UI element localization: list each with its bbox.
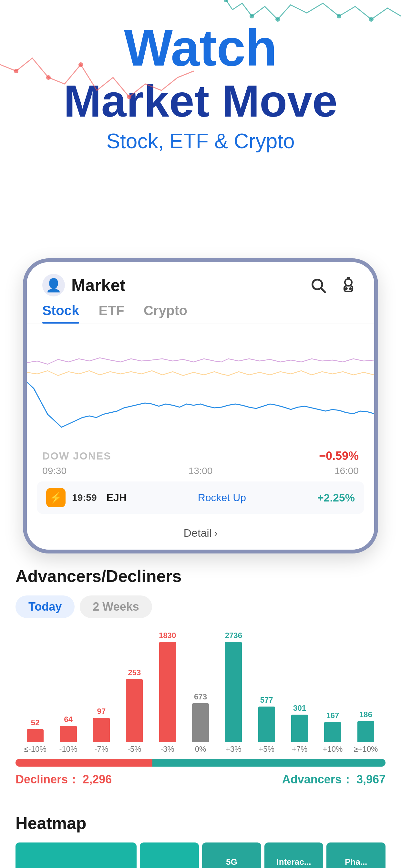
bar-group: 301+7% [283, 631, 316, 754]
svg-point-3 [337, 14, 341, 19]
alert-rocket-icon: ⚡ [46, 488, 66, 507]
heatmap-cell[interactable] [140, 842, 199, 868]
bar-rect [192, 703, 209, 742]
search-button[interactable] [308, 275, 328, 296]
alert-bar: ⚡ 19:59 EJH Rocket Up +2.25% [37, 482, 364, 514]
header-icons [308, 275, 359, 296]
advancers-decliners-section: Advancers/Decliners Today 2 Weeks 52≤-10… [0, 554, 401, 801]
detail-link[interactable]: Detail › [27, 519, 374, 550]
bar-rect [60, 726, 77, 742]
hero-title-watch: Watch [124, 20, 277, 76]
phone-frame: 👤 Market [23, 258, 378, 554]
hero-title-market-move: Market Move [64, 76, 337, 126]
bar-rect [358, 721, 374, 742]
decliners-count: 2,296 [83, 773, 112, 786]
svg-point-0 [224, 0, 228, 2]
bar-group: 64-10% [52, 631, 85, 754]
avatar: 👤 [42, 274, 65, 297]
user-icon: 👤 [45, 278, 62, 293]
heatmap-cell-label: Pha... [345, 857, 367, 867]
bar-count: 167 [326, 711, 339, 720]
phone-mockup: 👤 Market [23, 258, 378, 554]
decliners-label: Decliners： [16, 773, 80, 786]
stock-chart [27, 324, 374, 446]
bar-count: 673 [194, 692, 207, 702]
tab-stock[interactable]: Stock [42, 303, 79, 323]
alert-time: 19:59 [72, 492, 97, 503]
bar-label: +10% [322, 745, 343, 754]
chart-change: −0.59% [319, 449, 359, 463]
bar-label: -10% [59, 745, 78, 754]
alert-change: +2.25% [317, 492, 355, 504]
app-title: Market [71, 275, 308, 295]
svg-line-10 [321, 288, 325, 292]
tab-today[interactable]: Today [16, 595, 74, 618]
detail-arrow-icon: › [214, 528, 217, 538]
bar-count: 64 [64, 715, 73, 724]
bar-rect [27, 729, 43, 742]
progress-advance [152, 759, 385, 767]
svg-point-7 [79, 62, 83, 67]
alert-signal: Rocket Up [133, 492, 311, 504]
bar-group: 1830-3% [151, 631, 184, 754]
heatmap-cell[interactable] [16, 842, 136, 868]
svg-point-5 [14, 69, 19, 73]
tab-etf[interactable]: ETF [98, 303, 124, 323]
heatmap-section: Heatmap 5GInterac...Pha...Semic... [0, 801, 401, 868]
tab-crypto[interactable]: Crypto [144, 303, 187, 323]
bar-label: -3% [160, 745, 174, 754]
hero-subtitle: Stock, ETF & Crypto [106, 129, 295, 153]
time-end: 16:00 [335, 465, 359, 476]
bar-label: ≥+10% [353, 745, 378, 754]
bar-count: 97 [97, 707, 106, 716]
svg-point-4 [369, 17, 374, 22]
heatmap-cell[interactable]: Pha... [327, 842, 385, 868]
progress-decline [16, 759, 152, 767]
svg-point-1 [250, 14, 254, 19]
phone-inner: 👤 Market [27, 262, 374, 550]
bar-label: ≤-10% [24, 745, 47, 754]
heatmap-cell[interactable]: Interac... [265, 842, 323, 868]
decliners-stat: Decliners： 2,296 [16, 772, 112, 787]
bar-label: +3% [226, 745, 242, 754]
advancers-stat: Advancers： 3,967 [282, 772, 385, 787]
alert-ticker: EJH [106, 492, 127, 504]
bar-group: 97-7% [85, 631, 118, 754]
ad-bar-chart: 52≤-10%64-10%97-7%253-5%1830-3%6730%2736… [16, 631, 385, 754]
bar-count: 2736 [225, 631, 242, 640]
chart-label-area: DOW JONES −0.59% [27, 446, 374, 465]
svg-point-16 [348, 277, 349, 278]
bar-label: 0% [195, 745, 206, 754]
bar-rect [291, 715, 308, 742]
time-start: 09:30 [42, 465, 66, 476]
hero-section: Watch Market Move Stock, ETF & Crypto [0, 0, 401, 245]
bar-label: +7% [292, 745, 308, 754]
detail-label: Detail [184, 527, 212, 539]
progress-bar [16, 759, 385, 767]
tab-two-weeks[interactable]: 2 Weeks [80, 595, 152, 618]
bar-group: 186≥+10% [349, 631, 382, 754]
robot-button[interactable] [338, 275, 359, 296]
bar-count: 301 [293, 704, 306, 713]
bar-rect [258, 707, 275, 742]
bar-count: 253 [128, 668, 141, 677]
svg-point-6 [46, 75, 51, 80]
bar-rect [93, 718, 110, 742]
bar-label: -5% [127, 745, 142, 754]
stats-row: Decliners： 2,296 Advancers： 3,967 [16, 772, 385, 787]
advancers-label: Advancers： [282, 773, 353, 786]
bar-group: 167+10% [316, 631, 349, 754]
bar-group: 6730% [184, 631, 217, 754]
bar-label: +5% [258, 745, 274, 754]
heatmap-cell-label: Interac... [277, 857, 311, 867]
heatmap-cell[interactable]: 5G [202, 842, 261, 868]
svg-point-11 [345, 279, 352, 286]
heatmap-title: Heatmap [16, 813, 385, 833]
bar-group: 2736+3% [217, 631, 250, 754]
market-tabs: Stock ETF Crypto [27, 303, 374, 324]
heatmap-grid: 5GInterac...Pha...Semic... [16, 842, 385, 868]
bar-group: 52≤-10% [19, 631, 52, 754]
bar-count: 186 [359, 710, 372, 719]
chart-time-labels: 09:30 13:00 16:00 [27, 465, 374, 476]
bar-rect [225, 642, 242, 742]
